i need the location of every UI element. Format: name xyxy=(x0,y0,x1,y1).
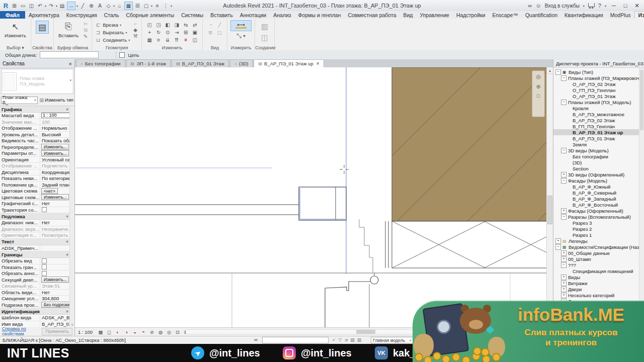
tree-item-Разрез 3[interactable]: Разрез 3 xyxy=(553,220,644,226)
social-vk[interactable]: VKkak_ xyxy=(375,346,416,359)
expand-icon[interactable]: + xyxy=(561,208,567,214)
expand-icon[interactable]: + xyxy=(561,172,567,177)
tree-item-В_АР_Ф_Восточный[interactable]: В_АР_Ф_Восточный xyxy=(553,202,644,208)
drawing-area[interactable]: ◎ ⊕ ▢ ▲ ▼ xyxy=(75,67,553,327)
tree-item-Виды (Тип)[interactable]: −▣Виды (Тип) xyxy=(553,69,644,75)
property-button[interactable]: Изменить... xyxy=(41,144,69,150)
print-icon[interactable]: ▤ xyxy=(58,2,66,10)
view-tab-close-icon[interactable]: × xyxy=(316,61,319,66)
browser-scroll-thumb[interactable] xyxy=(640,70,643,130)
redo-icon-caret[interactable]: ▾ xyxy=(56,4,57,8)
ribbon-tab-Quantification[interactable]: Quantification xyxy=(522,11,561,19)
property-input[interactable]: 1 : 100 xyxy=(41,113,73,118)
render-icon[interactable]: ◒ xyxy=(131,329,138,335)
paint-icon[interactable]: ◨ xyxy=(174,22,179,28)
array-icon[interactable]: ⊞ xyxy=(184,30,188,35)
minimize-button[interactable]: ─ xyxy=(610,3,618,9)
tree-item-О_АР_ПЭ_02 Этаж[interactable]: О_АР_ПЭ_02 Этаж xyxy=(553,81,644,87)
visual-style-icon[interactable]: ◻ xyxy=(106,329,113,335)
tree-item-Планы этажей (ПЭ_Модель)[interactable]: −Планы этажей (ПЭ_Модель) xyxy=(553,99,644,105)
vertical-scroll-thumb[interactable] xyxy=(547,196,552,224)
social-telegram[interactable]: ➤@int_lines xyxy=(191,346,260,359)
mirror-icon[interactable]: ⊙ xyxy=(166,30,170,35)
property-checkbox[interactable] xyxy=(42,264,47,269)
group-icon[interactable]: ▦ xyxy=(147,37,151,43)
tree-item-(3D)[interactable]: (3D) xyxy=(553,159,644,165)
move-icon[interactable]: + xyxy=(148,30,151,35)
ribbon-tab-Файл[interactable]: Файл xyxy=(0,11,25,19)
property-button[interactable]: Изменить... xyxy=(41,150,69,156)
zoom-tool-icon[interactable]: ⊕ xyxy=(536,83,540,90)
tree-item-В_АР_Ф_Северный[interactable]: В_АР_Ф_Северный xyxy=(553,190,644,196)
cut-to-clipboard-icon[interactable]: ✄ xyxy=(83,21,89,27)
tree-item-Кровля[interactable]: Кровля xyxy=(553,105,644,111)
help-icon[interactable]: ? xyxy=(598,3,601,9)
tree-item-Ведомости/Спецификации (Назначен[interactable]: −▦Ведомости/Спецификации (Назначен xyxy=(553,244,644,250)
revit-logo-icon[interactable]: R xyxy=(2,2,10,10)
close-inactive-windows-icon[interactable]: ☒ xyxy=(134,2,141,10)
edit-type-button[interactable]: ⊞Изменить тип xyxy=(39,98,73,103)
tree-item-В_ГП_ПЭ_Генплан[interactable]: В_ГП_ПЭ_Генплан xyxy=(553,123,644,129)
reveal-hidden-icon[interactable]: ◎ xyxy=(166,329,173,335)
panel-label-select[interactable]: Выбор ▾ xyxy=(0,45,31,50)
geometry-tool-Вырезать[interactable]: ⊐Вырезать▾ xyxy=(95,29,130,36)
collapse-icon[interactable]: − xyxy=(561,148,567,153)
filter-icon[interactable]: ▽ xyxy=(339,337,342,342)
user-interface-icon[interactable]: ≡ xyxy=(153,2,161,10)
expand-icon[interactable]: + xyxy=(561,250,567,256)
editable-only-icon[interactable]: ✓ xyxy=(332,337,336,342)
browser-scrollbar[interactable] xyxy=(639,68,644,336)
worksets-icon[interactable]: ▥ xyxy=(357,337,362,342)
tree-item-В_АР_ПЭ_02 Этаж[interactable]: В_АР_ПЭ_02 Этаж xyxy=(553,117,644,123)
tree-item-00_Штамп[interactable]: +00_Штамп xyxy=(553,256,644,262)
tree-item-Фасады (Модель)[interactable]: −Фасады (Модель) xyxy=(553,177,644,184)
tree-item-В_АР_ПЭ_01 Этаж[interactable]: В_АР_ПЭ_01 Этаж xyxy=(553,135,644,141)
horizontal-scroll-thumb[interactable] xyxy=(356,330,375,334)
tag-icon[interactable]: ◇ xyxy=(105,2,112,10)
property-section-Графика[interactable]: Графика∗ xyxy=(0,106,74,113)
default-3d-view-icon[interactable]: ⌂ xyxy=(116,2,123,10)
ribbon-tab-Аннотации[interactable]: Аннотации xyxy=(236,11,270,19)
measure-icon[interactable]: ⤡ ▾ xyxy=(236,32,246,39)
ribbon-tab-Изменить[interactable]: Изменить xyxy=(634,11,644,19)
tree-item-Планы этажей (ПЭ_Маркировочный)[interactable]: −Планы этажей (ПЭ_Маркировочный) xyxy=(553,75,644,81)
tree-item-В_АР_ПЭ_межэтажное[interactable]: В_АР_ПЭ_межэтажное xyxy=(553,111,644,117)
property-section-Границы[interactable]: Границы∗ xyxy=(0,251,74,258)
crop-region-icon[interactable]: ⊘ xyxy=(148,329,155,335)
ribbon-tab-Квантификация[interactable]: Квантификация xyxy=(561,11,607,19)
property-section-Текст[interactable]: Текст∗ xyxy=(0,239,74,245)
match-properties-icon[interactable]: ✎ xyxy=(83,34,89,39)
switch-windows-icon[interactable]: ▢ xyxy=(142,2,150,10)
create-similar-icon[interactable]: ◫ xyxy=(261,33,268,42)
status-search-input[interactable] xyxy=(262,337,329,343)
rotate-icon[interactable]: ↻ xyxy=(156,30,160,35)
sun-path-icon[interactable]: ◐ xyxy=(114,329,121,335)
paste-button[interactable]: ⎘ Вставить xyxy=(57,20,80,39)
total-length-input[interactable] xyxy=(40,51,99,58)
active-model-dropdown[interactable]: Главная модель▾ xyxy=(371,337,413,343)
steering-wheel-icon[interactable]: ◎ xyxy=(536,73,541,80)
create-group-icon[interactable]: ▥ xyxy=(261,22,268,31)
match-type-icon[interactable]: ≡ xyxy=(157,37,160,43)
expand-icon[interactable]: + xyxy=(561,287,567,292)
tree-item-3D виды (Оформленный)[interactable]: +3D виды (Оформленный) xyxy=(553,171,644,177)
detail-line-icon[interactable]: ╱ xyxy=(79,2,87,10)
ribbon-tab-Вид[interactable]: Вид xyxy=(400,11,417,19)
tree-item-О_ГП_ПЭ_Генплан[interactable]: О_ГП_ПЭ_Генплан xyxy=(553,87,644,93)
view-tab-Без топографии[interactable]: ⌂Без топографии xyxy=(76,59,125,67)
scroll-up-icon[interactable]: ▲ xyxy=(547,67,553,74)
copy-to-clipboard-icon[interactable]: ⧉ xyxy=(83,27,89,33)
signin-label[interactable]: Вход в службы xyxy=(545,3,580,9)
design-options-icon[interactable]: ▤ xyxy=(350,337,355,342)
canvas-vertical-scrollbar[interactable]: ▲ ▼ xyxy=(546,67,553,327)
align-icon[interactable]: ⇆ xyxy=(184,22,188,28)
tag-icon-caret[interactable]: ▾ xyxy=(113,4,115,8)
apply-button[interactable]: Применить xyxy=(42,328,72,335)
tree-item-В_АР_ПЭ_01 Этаж up[interactable]: В_АР_ПЭ_01 Этаж up xyxy=(553,129,644,135)
customize-qat-icon-caret[interactable]: ▾ xyxy=(171,4,172,8)
property-button[interactable]: Изменить... xyxy=(41,277,69,283)
property-checkbox[interactable] xyxy=(42,207,47,212)
tree-item-Фасады (Оформленный)[interactable]: +Фасады (Оформленный) xyxy=(553,208,644,214)
geometry-tool-Соединить[interactable]: ⊔Соединить▾ xyxy=(95,36,130,43)
property-section-Идентификация[interactable]: Идентификация∗ xyxy=(0,308,74,315)
